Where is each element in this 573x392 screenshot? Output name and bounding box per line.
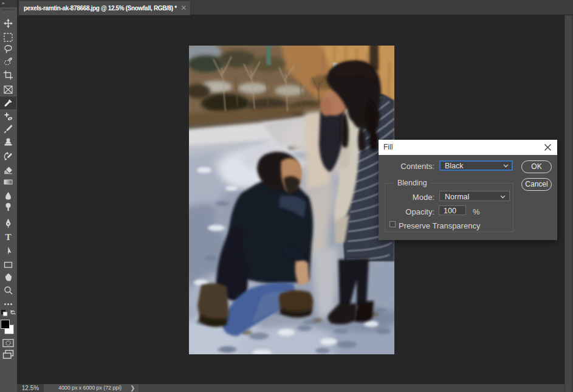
svg-text:T: T [5,232,11,241]
